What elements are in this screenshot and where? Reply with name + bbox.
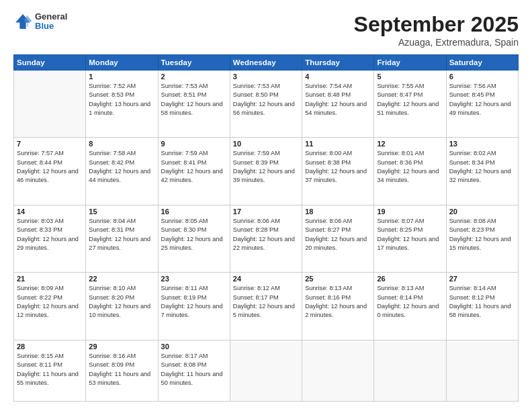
sunrise: Sunrise: 7:57 AM <box>17 150 64 156</box>
sunrise: Sunrise: 8:05 AM <box>161 218 208 224</box>
calendar-cell: 5 Sunrise: 7:55 AM Sunset: 8:47 PM Dayli… <box>374 71 446 138</box>
day-info: Sunrise: 8:14 AM Sunset: 8:12 PM Dayligh… <box>449 284 515 320</box>
daylight: Daylight: 13 hours and 1 minute. <box>89 101 150 116</box>
sunset: Sunset: 8:33 PM <box>17 226 62 233</box>
daylight: Daylight: 12 hours and 32 minutes. <box>449 168 511 183</box>
day-number: 17 <box>233 208 299 216</box>
day-number: 11 <box>305 140 371 148</box>
sunset: Sunset: 8:16 PM <box>305 294 351 301</box>
sunrise: Sunrise: 8:13 AM <box>305 285 352 291</box>
logo: General Blue <box>13 12 67 32</box>
calendar-cell: 21 Sunrise: 8:09 AM Sunset: 8:22 PM Dayl… <box>14 273 86 340</box>
calendar-cell <box>14 71 86 138</box>
sunrise: Sunrise: 8:06 AM <box>233 218 280 224</box>
sunrise: Sunrise: 8:07 AM <box>377 218 424 224</box>
calendar-header-row: SundayMondayTuesdayWednesdayThursdayFrid… <box>14 55 519 71</box>
sunset: Sunset: 8:09 PM <box>89 361 134 368</box>
day-number: 6 <box>449 73 515 81</box>
week-row-4: 28 Sunrise: 8:15 AM Sunset: 8:11 PM Dayl… <box>14 340 519 401</box>
sunset: Sunset: 8:08 PM <box>161 361 207 368</box>
day-info: Sunrise: 8:07 AM Sunset: 8:25 PM Dayligh… <box>377 217 443 253</box>
calendar-cell: 25 Sunrise: 8:13 AM Sunset: 8:16 PM Dayl… <box>302 273 374 340</box>
sunrise: Sunrise: 8:12 AM <box>233 285 280 291</box>
sunrise: Sunrise: 7:52 AM <box>89 83 136 89</box>
sunrise: Sunrise: 8:04 AM <box>89 218 136 224</box>
daylight: Daylight: 11 hours and 58 minutes. <box>449 303 511 318</box>
col-header-tuesday: Tuesday <box>158 55 230 71</box>
daylight: Daylight: 12 hours and 10 minutes. <box>89 303 150 318</box>
day-number: 25 <box>305 275 371 283</box>
day-number: 5 <box>377 73 443 81</box>
sunset: Sunset: 8:14 PM <box>377 294 423 301</box>
week-row-1: 7 Sunrise: 7:57 AM Sunset: 8:44 PM Dayli… <box>14 138 519 205</box>
calendar-cell: 18 Sunrise: 8:06 AM Sunset: 8:27 PM Dayl… <box>302 205 374 272</box>
day-number: 28 <box>17 342 83 351</box>
daylight: Daylight: 12 hours and 7 minutes. <box>161 303 223 318</box>
sunset: Sunset: 8:34 PM <box>449 159 495 166</box>
day-number: 13 <box>449 140 515 148</box>
sunset: Sunset: 8:45 PM <box>449 91 495 98</box>
sunrise: Sunrise: 8:03 AM <box>17 218 64 224</box>
sunrise: Sunrise: 8:14 AM <box>449 285 496 291</box>
calendar-cell: 28 Sunrise: 8:15 AM Sunset: 8:11 PM Dayl… <box>14 340 86 401</box>
calendar-cell: 4 Sunrise: 7:54 AM Sunset: 8:48 PM Dayli… <box>302 71 374 138</box>
sunset: Sunset: 8:41 PM <box>161 159 207 166</box>
sunset: Sunset: 8:51 PM <box>161 91 207 98</box>
calendar-cell <box>302 340 374 401</box>
day-info: Sunrise: 8:06 AM Sunset: 8:27 PM Dayligh… <box>305 217 371 253</box>
logo-general-text: General <box>35 12 67 21</box>
daylight: Daylight: 12 hours and 29 minutes. <box>17 236 79 251</box>
sunrise: Sunrise: 8:09 AM <box>17 285 64 291</box>
page: General Blue September 2025 Azuaga, Extr… <box>0 0 532 411</box>
sunset: Sunset: 8:53 PM <box>89 91 134 98</box>
daylight: Daylight: 12 hours and 56 minutes. <box>233 101 295 116</box>
daylight: Daylight: 12 hours and 49 minutes. <box>449 101 511 116</box>
col-header-monday: Monday <box>86 55 158 71</box>
day-number: 24 <box>233 275 299 283</box>
day-info: Sunrise: 8:13 AM Sunset: 8:16 PM Dayligh… <box>305 284 371 320</box>
calendar-cell: 29 Sunrise: 8:16 AM Sunset: 8:09 PM Dayl… <box>86 340 158 401</box>
col-header-friday: Friday <box>374 55 446 71</box>
day-number: 27 <box>449 275 515 283</box>
daylight: Daylight: 12 hours and 27 minutes. <box>89 236 150 251</box>
calendar-cell: 10 Sunrise: 7:59 AM Sunset: 8:39 PM Dayl… <box>230 138 302 205</box>
daylight: Daylight: 12 hours and 0 minutes. <box>377 303 439 318</box>
day-info: Sunrise: 8:11 AM Sunset: 8:19 PM Dayligh… <box>161 284 227 320</box>
daylight: Daylight: 12 hours and 37 minutes. <box>305 168 367 183</box>
sunset: Sunset: 8:17 PM <box>233 294 279 301</box>
day-number: 19 <box>377 208 443 216</box>
sunrise: Sunrise: 7:59 AM <box>233 150 280 156</box>
sunset: Sunset: 8:42 PM <box>89 159 134 166</box>
sunset: Sunset: 8:28 PM <box>233 226 279 233</box>
calendar-cell: 3 Sunrise: 7:53 AM Sunset: 8:50 PM Dayli… <box>230 71 302 138</box>
logo-icon <box>13 12 32 31</box>
calendar-cell: 22 Sunrise: 8:10 AM Sunset: 8:20 PM Dayl… <box>86 273 158 340</box>
sunrise: Sunrise: 8:10 AM <box>89 285 136 291</box>
logo-text: General Blue <box>35 12 67 32</box>
day-number: 14 <box>17 208 83 216</box>
day-info: Sunrise: 7:57 AM Sunset: 8:44 PM Dayligh… <box>17 149 83 185</box>
calendar-cell: 19 Sunrise: 8:07 AM Sunset: 8:25 PM Dayl… <box>374 205 446 272</box>
day-info: Sunrise: 8:06 AM Sunset: 8:28 PM Dayligh… <box>233 217 299 253</box>
day-number: 4 <box>305 73 371 81</box>
sunrise: Sunrise: 7:56 AM <box>449 83 496 89</box>
logo-blue-text: Blue <box>35 21 67 31</box>
sunset: Sunset: 8:20 PM <box>89 294 134 301</box>
daylight: Daylight: 12 hours and 42 minutes. <box>161 168 223 183</box>
calendar-cell: 13 Sunrise: 8:02 AM Sunset: 8:34 PM Dayl… <box>446 138 518 205</box>
calendar-cell: 27 Sunrise: 8:14 AM Sunset: 8:12 PM Dayl… <box>446 273 518 340</box>
col-header-wednesday: Wednesday <box>230 55 302 71</box>
day-info: Sunrise: 8:17 AM Sunset: 8:08 PM Dayligh… <box>161 352 227 387</box>
day-number: 21 <box>17 275 83 283</box>
calendar-cell: 14 Sunrise: 8:03 AM Sunset: 8:33 PM Dayl… <box>14 205 86 272</box>
day-number: 12 <box>377 140 443 148</box>
sunrise: Sunrise: 7:58 AM <box>89 150 136 156</box>
calendar-cell: 9 Sunrise: 7:59 AM Sunset: 8:41 PM Dayli… <box>158 138 230 205</box>
day-number: 26 <box>377 275 443 283</box>
title-block: September 2025 Azuaga, Extremadura, Spai… <box>354 12 519 48</box>
day-info: Sunrise: 7:53 AM Sunset: 8:50 PM Dayligh… <box>233 82 299 118</box>
day-number: 22 <box>89 275 154 283</box>
week-row-2: 14 Sunrise: 8:03 AM Sunset: 8:33 PM Dayl… <box>14 205 519 272</box>
sunrise: Sunrise: 8:16 AM <box>89 353 136 359</box>
daylight: Daylight: 12 hours and 15 minutes. <box>449 236 511 251</box>
